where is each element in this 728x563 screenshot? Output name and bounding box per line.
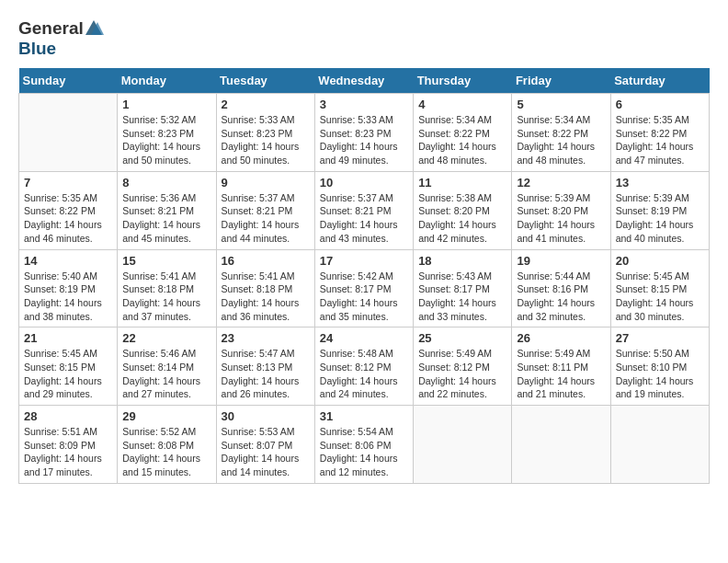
day-detail: Sunrise: 5:33 AM Sunset: 8:23 PM Dayligh… (320, 113, 408, 167)
day-number: 18 (418, 254, 506, 268)
calendar-table: SundayMondayTuesdayWednesdayThursdayFrid… (18, 68, 710, 484)
logo-blue-text: Blue (18, 39, 56, 58)
calendar-cell: 25Sunrise: 5:49 AM Sunset: 8:12 PM Dayli… (414, 327, 512, 406)
day-detail: Sunrise: 5:49 AM Sunset: 8:12 PM Dayligh… (418, 347, 506, 401)
calendar-cell: 5Sunrise: 5:34 AM Sunset: 8:22 PM Daylig… (512, 94, 610, 172)
day-detail: Sunrise: 5:42 AM Sunset: 8:17 PM Dayligh… (320, 270, 408, 324)
day-detail: Sunrise: 5:33 AM Sunset: 8:23 PM Dayligh… (222, 113, 310, 167)
header-day-thursday: Thursday (414, 68, 512, 94)
day-number: 14 (24, 254, 112, 268)
calendar-cell: 2Sunrise: 5:33 AM Sunset: 8:23 PM Daylig… (216, 94, 314, 172)
calendar-cell: 1Sunrise: 5:32 AM Sunset: 8:23 PM Daylig… (118, 94, 216, 172)
day-number: 6 (616, 98, 704, 111)
day-detail: Sunrise: 5:45 AM Sunset: 8:15 PM Dayligh… (24, 347, 112, 401)
day-number: 11 (418, 176, 506, 190)
calendar-cell: 3Sunrise: 5:33 AM Sunset: 8:23 PM Daylig… (314, 94, 413, 172)
day-detail: Sunrise: 5:39 AM Sunset: 8:19 PM Dayligh… (616, 191, 704, 246)
day-detail: Sunrise: 5:52 AM Sunset: 8:08 PM Dayligh… (122, 425, 210, 479)
day-number: 4 (418, 98, 506, 111)
header-day-monday: Monday (118, 68, 216, 94)
logo-icon (84, 18, 104, 39)
calendar-cell: 18Sunrise: 5:43 AM Sunset: 8:17 PM Dayli… (414, 249, 512, 327)
day-detail: Sunrise: 5:49 AM Sunset: 8:11 PM Dayligh… (517, 347, 605, 401)
day-number: 29 (122, 409, 210, 423)
day-number: 1 (122, 98, 210, 111)
day-number: 15 (122, 254, 210, 268)
day-detail: Sunrise: 5:44 AM Sunset: 8:16 PM Dayligh… (517, 270, 605, 324)
day-number: 19 (517, 254, 605, 268)
day-detail: Sunrise: 5:34 AM Sunset: 8:22 PM Dayligh… (418, 113, 506, 167)
day-number: 5 (517, 98, 605, 111)
day-number: 17 (320, 254, 408, 268)
day-number: 7 (24, 176, 112, 190)
day-number: 3 (320, 98, 408, 111)
week-row-0: 1Sunrise: 5:32 AM Sunset: 8:23 PM Daylig… (19, 94, 710, 172)
day-detail: Sunrise: 5:35 AM Sunset: 8:22 PM Dayligh… (616, 113, 704, 167)
page-header: General Blue (18, 18, 710, 59)
day-detail: Sunrise: 5:37 AM Sunset: 8:21 PM Dayligh… (320, 191, 408, 246)
calendar-cell: 20Sunrise: 5:45 AM Sunset: 8:15 PM Dayli… (610, 249, 709, 327)
calendar-cell: 27Sunrise: 5:50 AM Sunset: 8:10 PM Dayli… (610, 327, 709, 406)
day-detail: Sunrise: 5:43 AM Sunset: 8:17 PM Dayligh… (418, 270, 506, 324)
calendar-cell: 30Sunrise: 5:53 AM Sunset: 8:07 PM Dayli… (216, 406, 314, 484)
calendar-body: 1Sunrise: 5:32 AM Sunset: 8:23 PM Daylig… (19, 94, 710, 484)
calendar-cell: 28Sunrise: 5:51 AM Sunset: 8:09 PM Dayli… (19, 406, 118, 484)
header-day-wednesday: Wednesday (314, 68, 413, 94)
day-detail: Sunrise: 5:47 AM Sunset: 8:13 PM Dayligh… (222, 347, 310, 401)
day-number: 20 (616, 254, 704, 268)
calendar-cell: 13Sunrise: 5:39 AM Sunset: 8:19 PM Dayli… (610, 171, 709, 249)
calendar-cell (512, 406, 610, 484)
day-number: 10 (320, 176, 408, 190)
calendar-cell: 22Sunrise: 5:46 AM Sunset: 8:14 PM Dayli… (118, 327, 216, 406)
day-detail: Sunrise: 5:34 AM Sunset: 8:22 PM Dayligh… (517, 113, 605, 167)
calendar-cell: 4Sunrise: 5:34 AM Sunset: 8:22 PM Daylig… (414, 94, 512, 172)
day-detail: Sunrise: 5:51 AM Sunset: 8:09 PM Dayligh… (24, 425, 112, 479)
day-detail: Sunrise: 5:37 AM Sunset: 8:21 PM Dayligh… (222, 191, 310, 246)
day-number: 28 (24, 409, 112, 423)
day-number: 8 (122, 176, 210, 190)
day-number: 24 (320, 331, 408, 345)
day-detail: Sunrise: 5:54 AM Sunset: 8:06 PM Dayligh… (320, 425, 408, 479)
calendar-cell: 6Sunrise: 5:35 AM Sunset: 8:22 PM Daylig… (610, 94, 709, 172)
day-number: 31 (320, 409, 408, 423)
calendar-cell: 21Sunrise: 5:45 AM Sunset: 8:15 PM Dayli… (19, 327, 118, 406)
calendar-cell: 26Sunrise: 5:49 AM Sunset: 8:11 PM Dayli… (512, 327, 610, 406)
calendar-cell: 23Sunrise: 5:47 AM Sunset: 8:13 PM Dayli… (216, 327, 314, 406)
calendar-cell: 16Sunrise: 5:41 AM Sunset: 8:18 PM Dayli… (216, 249, 314, 327)
calendar-cell: 24Sunrise: 5:48 AM Sunset: 8:12 PM Dayli… (314, 327, 413, 406)
day-detail: Sunrise: 5:38 AM Sunset: 8:20 PM Dayligh… (418, 191, 506, 246)
day-number: 22 (122, 331, 210, 345)
week-row-1: 7Sunrise: 5:35 AM Sunset: 8:22 PM Daylig… (19, 171, 710, 249)
calendar-cell: 17Sunrise: 5:42 AM Sunset: 8:17 PM Dayli… (314, 249, 413, 327)
day-number: 2 (222, 98, 310, 111)
logo: General Blue (18, 18, 104, 59)
calendar-cell: 31Sunrise: 5:54 AM Sunset: 8:06 PM Dayli… (314, 406, 413, 484)
day-detail: Sunrise: 5:36 AM Sunset: 8:21 PM Dayligh… (122, 191, 210, 246)
day-detail: Sunrise: 5:48 AM Sunset: 8:12 PM Dayligh… (320, 347, 408, 401)
calendar-cell (414, 406, 512, 484)
day-detail: Sunrise: 5:41 AM Sunset: 8:18 PM Dayligh… (122, 270, 210, 324)
day-number: 21 (24, 331, 112, 345)
day-number: 26 (517, 331, 605, 345)
header-day-tuesday: Tuesday (216, 68, 314, 94)
day-detail: Sunrise: 5:45 AM Sunset: 8:15 PM Dayligh… (616, 270, 704, 324)
header-day-friday: Friday (512, 68, 610, 94)
day-number: 16 (222, 254, 310, 268)
day-detail: Sunrise: 5:46 AM Sunset: 8:14 PM Dayligh… (122, 347, 210, 401)
calendar-cell: 19Sunrise: 5:44 AM Sunset: 8:16 PM Dayli… (512, 249, 610, 327)
calendar-cell: 7Sunrise: 5:35 AM Sunset: 8:22 PM Daylig… (19, 171, 118, 249)
day-number: 30 (222, 409, 310, 423)
calendar-cell (610, 406, 709, 484)
calendar-cell: 12Sunrise: 5:39 AM Sunset: 8:20 PM Dayli… (512, 171, 610, 249)
calendar-cell: 8Sunrise: 5:36 AM Sunset: 8:21 PM Daylig… (118, 171, 216, 249)
calendar-header: SundayMondayTuesdayWednesdayThursdayFrid… (19, 68, 710, 94)
header-row: SundayMondayTuesdayWednesdayThursdayFrid… (19, 68, 710, 94)
calendar-cell: 9Sunrise: 5:37 AM Sunset: 8:21 PM Daylig… (216, 171, 314, 249)
day-detail: Sunrise: 5:35 AM Sunset: 8:22 PM Dayligh… (24, 191, 112, 246)
week-row-4: 28Sunrise: 5:51 AM Sunset: 8:09 PM Dayli… (19, 406, 710, 484)
header-day-sunday: Sunday (19, 68, 118, 94)
day-number: 9 (222, 176, 310, 190)
day-detail: Sunrise: 5:32 AM Sunset: 8:23 PM Dayligh… (122, 113, 210, 167)
day-number: 27 (616, 331, 704, 345)
calendar-cell: 29Sunrise: 5:52 AM Sunset: 8:08 PM Dayli… (118, 406, 216, 484)
